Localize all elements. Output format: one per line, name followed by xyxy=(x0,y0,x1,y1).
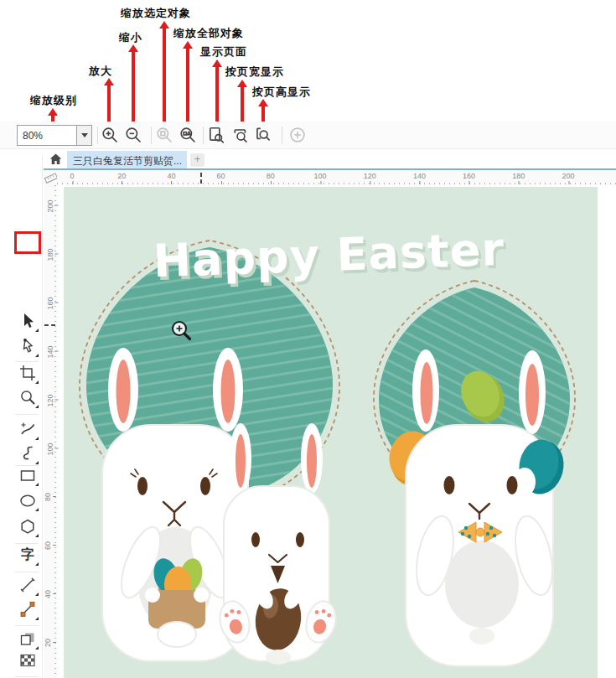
tool-zoom[interactable] xyxy=(16,388,39,408)
h-ruler-tick-label: 160 xyxy=(463,172,475,180)
v-ruler-ticks xyxy=(54,185,56,678)
h-ruler-tick-label: 100 xyxy=(313,172,326,180)
zoom-level-value[interactable]: 80% xyxy=(18,126,76,145)
home-tab-button[interactable] xyxy=(49,153,65,168)
toolbar-separator xyxy=(282,127,282,144)
new-tab-button[interactable]: + xyxy=(190,153,204,167)
fit-page-height-button[interactable] xyxy=(253,126,272,144)
label-zoom-level: 缩放级别 xyxy=(30,93,77,108)
zoom-toolbar: 80% xyxy=(0,122,616,149)
fit-page-width-button[interactable] xyxy=(232,126,251,144)
document-tab[interactable]: 三只白兔复活节剪贴贺... xyxy=(67,151,187,169)
tool-dimension[interactable] xyxy=(16,576,39,596)
arrow-zoom-in xyxy=(107,85,111,126)
v-ruler-tick-label: 20 xyxy=(44,639,52,647)
v-ruler-tick-label: 200 xyxy=(46,199,54,212)
v-ruler-tick-label: 140 xyxy=(46,345,54,358)
tool-connector[interactable] xyxy=(16,600,39,620)
label-zoom-selected: 缩放选定对象 xyxy=(121,6,191,21)
label-zoom-all: 缩放全部对象 xyxy=(173,26,244,41)
ellipse-tool-icon xyxy=(18,491,37,510)
arrow-zoom-out xyxy=(132,51,135,126)
zoom-tool-highlight-box xyxy=(14,231,41,254)
connector-tool-icon xyxy=(18,600,37,618)
freehand-tool-icon xyxy=(18,420,37,438)
tool-crop[interactable] xyxy=(16,364,39,384)
v-ruler-tick-label: 160 xyxy=(46,297,54,309)
v-ruler-tick-label: 80 xyxy=(44,493,52,501)
chevron-down-icon xyxy=(81,133,88,137)
h-ruler-tick-label: 120 xyxy=(364,172,376,180)
zoom-level-combobox[interactable]: 80% xyxy=(17,125,92,146)
artistic-media-tool-icon xyxy=(18,444,37,463)
text-tool-icon: 字 xyxy=(16,546,39,564)
h-ruler-cursor-indicator xyxy=(200,173,202,184)
label-fit-height: 按页高显示 xyxy=(252,85,311,100)
tool-polygon[interactable] xyxy=(16,517,39,537)
label-show-page: 显示页面 xyxy=(200,44,247,60)
zoom-out-button[interactable] xyxy=(124,126,142,144)
v-ruler-cursor-indicator xyxy=(44,324,55,326)
tool-text[interactable]: 字 xyxy=(16,546,39,566)
rectangle-tool-icon xyxy=(18,466,37,484)
toolbox-separator xyxy=(15,572,39,572)
horizontal-ruler[interactable]: 020406080100120140160180200 xyxy=(57,171,616,185)
crop-tool-icon xyxy=(18,364,37,382)
document-tab-bar: 三只白兔复活节剪贴贺... + xyxy=(0,151,616,170)
fit-page-width-icon xyxy=(232,126,251,144)
v-ruler-tick-label: 100 xyxy=(46,443,54,455)
tool-rectangle[interactable] xyxy=(16,466,39,486)
shape-tool-icon xyxy=(18,337,37,355)
arrow-zoom-selected xyxy=(163,28,166,126)
drop-shadow-tool-icon xyxy=(18,629,37,648)
zoom-in-icon xyxy=(101,126,119,144)
h-ruler-tick-label: 200 xyxy=(562,172,574,180)
h-ruler-tick-label: 60 xyxy=(217,172,225,180)
show-page-button[interactable] xyxy=(207,126,225,144)
toolbar-separator xyxy=(203,127,204,144)
zoom-to-selected-button[interactable] xyxy=(155,126,173,144)
zoom-level-dropdown-button[interactable] xyxy=(76,126,91,145)
fit-page-height-icon xyxy=(253,126,272,144)
zoom-tool-icon xyxy=(18,388,37,406)
tab-underline xyxy=(44,168,616,170)
label-fit-width: 按页宽显示 xyxy=(225,65,284,80)
tool-freehand[interactable] xyxy=(16,420,39,440)
transparency-tool-icon xyxy=(18,651,37,670)
drawing-canvas[interactable]: Happy Easter Happy Easter xyxy=(64,187,598,678)
zoom-to-all-button[interactable] xyxy=(179,126,197,144)
plus-circle-icon xyxy=(288,126,307,144)
h-ruler-tick-label: 180 xyxy=(512,172,525,180)
toolbar-customize-button[interactable] xyxy=(288,126,307,144)
toolbox-separator xyxy=(15,676,39,677)
tool-drop-shadow[interactable] xyxy=(16,629,39,650)
h-ruler-tick-label: 80 xyxy=(267,172,275,180)
h-ruler-tick-label: 140 xyxy=(413,172,426,180)
zoom-to-all-icon xyxy=(179,126,197,144)
ruler-origin-icon xyxy=(44,171,57,185)
arrow-zoom-all xyxy=(186,48,189,126)
v-ruler-tick-label: 40 xyxy=(44,590,52,598)
vertical-ruler[interactable]: 20018016014012010080604020 xyxy=(44,185,57,678)
zoom-in-button[interactable] xyxy=(101,126,119,144)
zoom-out-icon xyxy=(124,126,142,144)
h-ruler-ticks xyxy=(57,183,616,184)
tool-shape[interactable] xyxy=(16,337,39,357)
h-ruler-tick-label: 0 xyxy=(70,172,74,180)
toolbox-separator xyxy=(15,414,39,415)
show-page-icon xyxy=(207,126,225,144)
label-zoom-out: 缩小 xyxy=(119,30,142,45)
v-ruler-tick-label: 60 xyxy=(44,541,52,550)
toolbar-separator xyxy=(97,127,98,144)
h-ruler-tick-label: 20 xyxy=(117,172,126,180)
tool-transparency[interactable] xyxy=(16,651,39,671)
toolbox-separator xyxy=(15,625,39,626)
tool-ellipse[interactable] xyxy=(16,491,39,511)
v-ruler-tick-label: 120 xyxy=(46,394,54,406)
tool-artistic-media[interactable] xyxy=(16,444,39,464)
tool-pick[interactable] xyxy=(16,312,39,332)
toolbox-separator xyxy=(15,361,39,362)
home-icon xyxy=(49,153,63,166)
ruler-origin-button[interactable] xyxy=(44,171,57,185)
label-zoom-in: 放大 xyxy=(89,64,112,79)
